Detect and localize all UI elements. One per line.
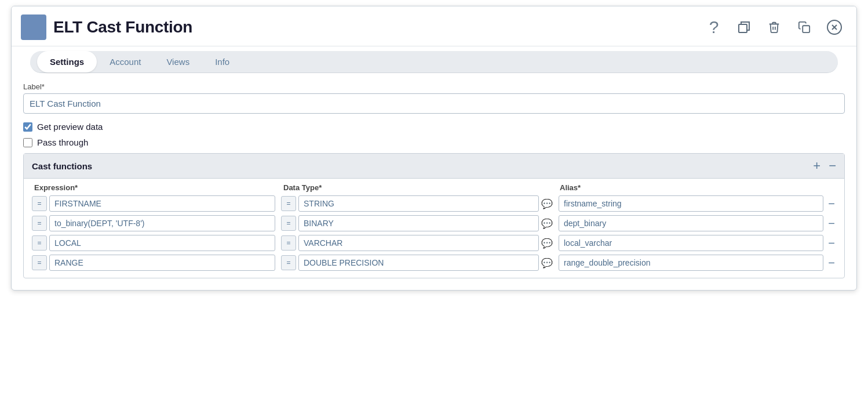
expr-eq-button-3[interactable]: = bbox=[32, 235, 47, 251]
expression-input-3[interactable] bbox=[49, 235, 275, 251]
alias-cell-4: − bbox=[559, 255, 836, 271]
tabs-bar: Settings Account Views Info bbox=[30, 51, 838, 73]
datatype-cell-1: = 💬 bbox=[281, 195, 559, 212]
label-input[interactable] bbox=[23, 93, 845, 114]
add-cast-row-button[interactable]: + bbox=[813, 159, 820, 172]
cast-functions-title: Cast functions bbox=[32, 161, 92, 171]
copy-button[interactable] bbox=[794, 17, 815, 38]
table-row: = = 💬 − bbox=[32, 235, 836, 251]
cast-table: Expression* Data Type* Alias* = = 💬 bbox=[24, 179, 844, 278]
remove-cast-row-button[interactable]: − bbox=[829, 159, 836, 172]
chat-icon-3[interactable]: 💬 bbox=[541, 238, 553, 249]
expression-input-2[interactable] bbox=[49, 215, 275, 231]
restore-button[interactable] bbox=[734, 17, 754, 38]
delete-button[interactable] bbox=[764, 17, 785, 38]
expression-cell-2: = bbox=[32, 215, 281, 231]
expression-input-1[interactable] bbox=[49, 195, 275, 212]
alias-input-3[interactable] bbox=[559, 235, 823, 251]
chat-icon-2[interactable]: 💬 bbox=[541, 218, 553, 229]
expression-cell-4: = bbox=[32, 255, 281, 271]
alias-cell-1: − bbox=[559, 195, 836, 212]
remove-row-button-1[interactable]: − bbox=[827, 198, 836, 209]
col-header-datatype: Data Type* bbox=[283, 183, 560, 193]
datatype-cell-3: = 💬 bbox=[281, 235, 559, 251]
dialog-title: ELT Cast Function bbox=[53, 18, 192, 37]
datatype-eq-button-3[interactable]: = bbox=[281, 235, 296, 251]
expr-eq-button-2[interactable]: = bbox=[32, 216, 47, 231]
alias-input-1[interactable] bbox=[559, 195, 823, 212]
elt-cast-function-dialog: ELT Cast Function ? bbox=[11, 6, 857, 291]
expression-cell-1: = bbox=[32, 195, 281, 212]
datatype-input-4[interactable] bbox=[298, 255, 539, 271]
get-preview-checkbox[interactable] bbox=[23, 122, 32, 132]
table-row: = = 💬 − bbox=[32, 255, 836, 271]
tab-account[interactable]: Account bbox=[97, 51, 154, 72]
datatype-cell-4: = 💬 bbox=[281, 255, 559, 271]
cast-functions-actions: + − bbox=[813, 159, 836, 172]
col-header-alias: Alias* bbox=[560, 183, 836, 193]
dialog-body: Label* Get preview data Pass through Cas… bbox=[12, 73, 856, 290]
remove-row-button-2[interactable]: − bbox=[827, 217, 836, 229]
expr-eq-button-1[interactable]: = bbox=[32, 196, 47, 211]
cast-col-headers: Expression* Data Type* Alias* bbox=[32, 183, 836, 193]
datatype-eq-button-1[interactable]: = bbox=[281, 196, 296, 211]
svg-rect-0 bbox=[739, 24, 747, 32]
pass-through-row: Pass through bbox=[23, 137, 845, 147]
datatype-eq-button-4[interactable]: = bbox=[281, 255, 296, 270]
help-button[interactable]: ? bbox=[703, 17, 724, 38]
alias-input-4[interactable] bbox=[559, 255, 823, 271]
datatype-input-3[interactable] bbox=[298, 235, 539, 251]
svg-rect-1 bbox=[803, 26, 809, 32]
tab-settings[interactable]: Settings bbox=[37, 51, 97, 72]
expression-cell-3: = bbox=[32, 235, 281, 251]
datatype-input-2[interactable] bbox=[298, 215, 539, 231]
datatype-input-1[interactable] bbox=[298, 195, 539, 212]
dialog-icon bbox=[21, 14, 46, 40]
pass-through-label[interactable]: Pass through bbox=[37, 137, 88, 147]
close-button[interactable] bbox=[824, 17, 845, 38]
chat-icon-4[interactable]: 💬 bbox=[541, 257, 553, 269]
get-preview-row: Get preview data bbox=[23, 122, 845, 132]
table-row: = = 💬 − bbox=[32, 215, 836, 231]
remove-row-button-3[interactable]: − bbox=[827, 237, 836, 249]
pass-through-checkbox[interactable] bbox=[23, 138, 32, 147]
remove-row-button-4[interactable]: − bbox=[827, 257, 836, 269]
expression-input-4[interactable] bbox=[49, 255, 275, 271]
header-left: ELT Cast Function bbox=[21, 14, 192, 40]
alias-cell-2: − bbox=[559, 215, 836, 231]
datatype-cell-2: = 💬 bbox=[281, 215, 559, 231]
tab-info[interactable]: Info bbox=[202, 51, 242, 72]
col-header-expression: Expression* bbox=[34, 183, 283, 193]
tab-views[interactable]: Views bbox=[154, 51, 202, 72]
alias-cell-3: − bbox=[559, 235, 836, 251]
alias-input-2[interactable] bbox=[559, 215, 823, 231]
dialog-header: ELT Cast Function ? bbox=[12, 6, 856, 46]
cast-functions-header: Cast functions + − bbox=[24, 154, 844, 179]
datatype-eq-button-2[interactable]: = bbox=[281, 216, 296, 231]
header-actions: ? bbox=[703, 17, 845, 38]
chat-icon-1[interactable]: 💬 bbox=[541, 198, 553, 209]
expr-eq-button-4[interactable]: = bbox=[32, 255, 47, 270]
get-preview-label[interactable]: Get preview data bbox=[37, 122, 103, 132]
label-field-label: Label* bbox=[23, 82, 845, 91]
table-row: = = 💬 − bbox=[32, 195, 836, 212]
cast-functions-section: Cast functions + − Expression* Data Type… bbox=[23, 153, 845, 278]
